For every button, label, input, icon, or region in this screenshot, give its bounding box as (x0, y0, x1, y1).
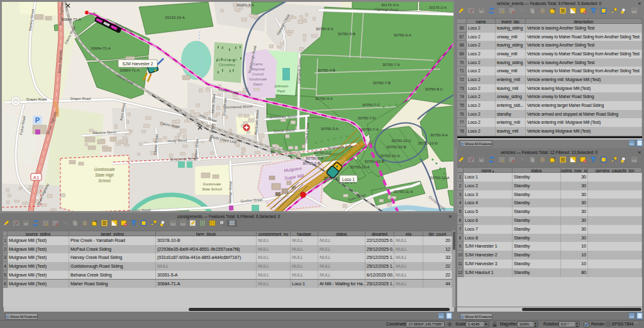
svg-text:Gordonvale: Gordonvale (217, 58, 237, 62)
svg-text:30175-2-A: 30175-2-A (429, 6, 447, 9)
svg-text:30750-5-A: 30750-5-A (316, 27, 333, 31)
svg-text:30750-13-A: 30750-13-A (350, 165, 369, 169)
svg-text:30750-2-A: 30750-2-A (306, 156, 323, 160)
svg-text:30750-5-B: 30750-5-B (338, 32, 355, 36)
svg-text:30133-19-A: 30133-19-A (165, 16, 184, 19)
svg-text:30750-4-A: 30750-4-A (315, 97, 333, 101)
svg-text:A1: A1 (33, 175, 40, 180)
svg-text:Depot: Depot (253, 82, 263, 86)
svg-text:Loco 1: Loco 1 (342, 177, 355, 182)
svg-text:30176-3-A: 30176-3-A (381, 3, 399, 7)
svg-text:Park: Park (277, 89, 286, 93)
svg-text:30201-1-A: 30201-1-A (236, 3, 254, 7)
svg-text:30750-13-B: 30750-13-B (364, 160, 384, 163)
svg-text:30750-7-B: 30750-7-B (373, 81, 391, 85)
svg-text:30750-10-A: 30750-10-A (380, 154, 399, 158)
svg-text:30750-3-A: 30750-3-A (321, 127, 338, 131)
svg-text:30750-7-A: 30750-7-A (382, 63, 400, 67)
svg-text:Cemetery: Cemetery (219, 63, 236, 67)
svg-text:30750-7-D: 30750-7-D (358, 116, 376, 120)
svg-text:Healy Street: Healy Street (167, 138, 187, 143)
svg-text:30750-2-B: 30750-2-B (303, 161, 320, 165)
svg-text:George Street: George Street (228, 181, 232, 204)
svg-text:30750-8-C: 30750-8-C (425, 87, 443, 91)
svg-text:30750-4-B: 30750-4-B (318, 68, 335, 72)
svg-text:Gordonvale: Gordonvale (203, 182, 221, 186)
svg-text:Regional: Regional (251, 67, 265, 71)
svg-text:Gordonvale: Gordonvale (94, 167, 114, 172)
svg-text:30684-71-A: 30684-71-A (119, 68, 139, 72)
svg-text:SJM Harvester 2: SJM Harvester 2 (122, 62, 153, 66)
svg-text:Council: Council (252, 72, 264, 76)
svg-text:P: P (35, 116, 40, 124)
svg-text:30750-10-C: 30750-10-C (391, 139, 411, 143)
svg-text:30750-11-A: 30750-11-A (394, 190, 413, 194)
svg-text:30750-10-D: 30750-10-D (418, 141, 438, 145)
svg-text:30750-9-A: 30750-9-A (430, 133, 448, 137)
svg-text:Gordonvale: Gordonvale (249, 77, 267, 81)
svg-text:Draper Road: Draper Road (70, 97, 91, 101)
svg-text:30750-6-A: 30750-6-A (394, 33, 411, 37)
svg-text:30684-72-A: 30684-72-A (91, 46, 110, 50)
svg-text:30750-10-B: 30750-10-B (386, 145, 406, 149)
svg-text:30750-7-C: 30750-7-C (362, 103, 380, 107)
svg-text:Cairns: Cairns (253, 62, 263, 66)
svg-text:Davids Street: Davids Street (274, 128, 295, 133)
svg-text:30750-2-C: 30750-2-C (314, 151, 332, 155)
svg-text:30750-7-A: 30750-7-A (361, 128, 379, 131)
svg-text:State High: State High (95, 173, 114, 178)
svg-text:Johnson: Johnson (274, 84, 289, 88)
svg-text:Draper Road: Draper Road (26, 97, 47, 101)
svg-text:State School: State School (202, 187, 222, 191)
svg-text:School: School (98, 178, 111, 183)
svg-text:30684-73-A: 30684-73-A (61, 18, 80, 21)
svg-text:30750-12-A: 30750-12-A (430, 176, 449, 180)
